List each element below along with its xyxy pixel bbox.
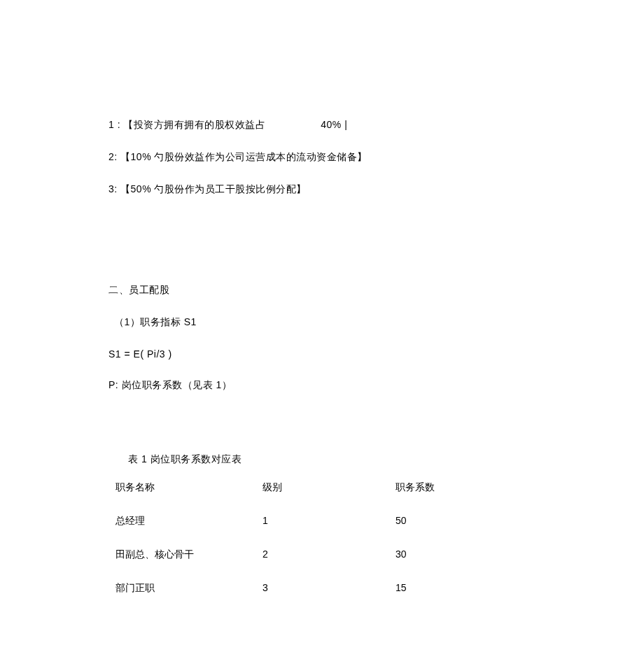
p-description: P: 岗位职务系数（见表 1）	[108, 379, 539, 392]
cell-name: 部门正职	[115, 582, 262, 595]
line-1: 1 : 【投资方拥有拥有的股权效益占 40% |	[108, 119, 539, 132]
document-page: 1 : 【投资方拥有拥有的股权效益占 40% | 2: 【10% 勺股份效益作为…	[0, 0, 644, 595]
table-row: 田副总、核心骨干 2 30	[115, 548, 539, 561]
cell-coef: 15	[396, 582, 407, 595]
section-2-sub1: （1）职务指标 S1	[108, 316, 539, 329]
section-gap-2	[108, 411, 539, 453]
cell-name: 田副总、核心骨干	[115, 548, 262, 561]
formula-s1: S1 = E( Pi/3 )	[108, 348, 539, 360]
section-gap-1	[108, 215, 539, 284]
table-row: 总经理 1 50	[115, 515, 539, 527]
table-1-caption: 表 1 岗位职务系数对应表	[108, 453, 539, 466]
table-1: 职务名称 级别 职务系数 总经理 1 50 田副总、核心骨干 2 30 部门正职…	[108, 481, 539, 595]
table-header-coef: 职务系数	[396, 481, 435, 494]
cell-name: 总经理	[115, 515, 262, 527]
section-2-title: 二、员工配股	[108, 284, 539, 297]
table-header-row: 职务名称 级别 职务系数	[115, 481, 539, 494]
cell-level: 1	[262, 515, 396, 527]
line-1-text-b: 40% |	[321, 119, 347, 130]
table-header-name: 职务名称	[115, 481, 262, 494]
line-3: 3: 【50% 勺股份作为员工干股按比例分配】	[108, 183, 539, 196]
line-2: 2: 【10% 勺股份效益作为公司运营成本的流动资金储备】	[108, 151, 539, 164]
cell-coef: 30	[396, 548, 407, 561]
cell-level: 3	[262, 582, 396, 595]
cell-coef: 50	[396, 515, 407, 527]
table-header-level: 级别	[262, 481, 396, 494]
line-1-text-a: 1 : 【投资方拥有拥有的股权效益占	[108, 119, 265, 130]
table-row: 部门正职 3 15	[115, 582, 539, 595]
cell-level: 2	[262, 548, 396, 561]
